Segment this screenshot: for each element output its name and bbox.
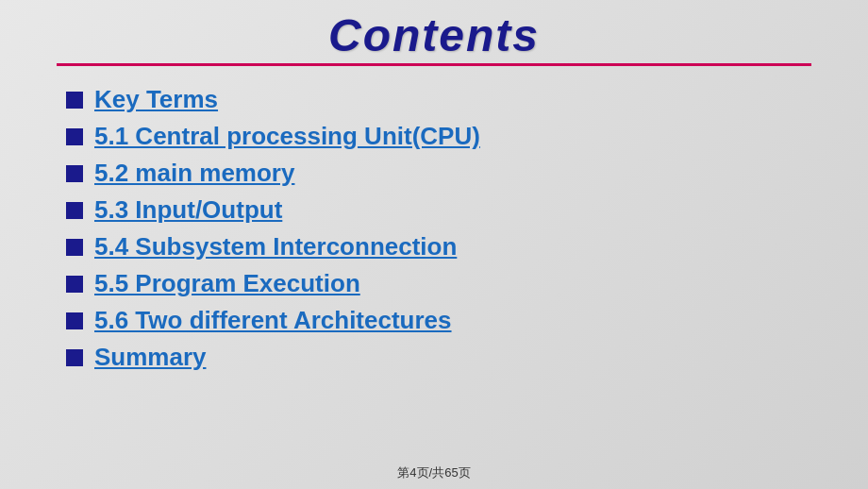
contents-link-7[interactable]: Summary	[94, 343, 207, 372]
title-underline	[57, 63, 811, 66]
bullet-icon	[66, 165, 83, 182]
bullet-icon	[66, 92, 83, 109]
contents-list: Key Terms5.1 Central processing Unit(CPU…	[57, 83, 811, 378]
contents-link-4[interactable]: 5.4 Subsystem Interconnection	[94, 232, 457, 261]
bullet-icon	[66, 312, 83, 329]
contents-link-5[interactable]: 5.5 Program Execution	[94, 269, 360, 298]
bullet-icon	[66, 202, 83, 219]
contents-link-1[interactable]: 5.1 Central processing Unit(CPU)	[94, 122, 480, 151]
page-indicator: 第4页/共65页	[397, 464, 470, 481]
list-item: 5.1 Central processing Unit(CPU)	[57, 120, 811, 153]
bullet-icon	[66, 128, 83, 145]
contents-link-3[interactable]: 5.3 Input/Output	[94, 195, 282, 225]
list-item: 5.4 Subsystem Interconnection	[57, 230, 811, 263]
bullet-icon	[66, 239, 83, 256]
contents-link-6[interactable]: 5.6 Two different Architectures	[94, 306, 452, 335]
contents-link-0[interactable]: Key Terms	[94, 85, 218, 114]
slide-title: Contents	[57, 9, 811, 61]
list-item: 5.2 main memory	[57, 157, 811, 190]
list-item: 5.5 Program Execution	[57, 267, 811, 300]
bullet-icon	[66, 276, 83, 293]
bullet-icon	[66, 349, 83, 366]
title-section: Contents	[57, 9, 811, 66]
list-item: Key Terms	[57, 83, 811, 116]
slide-container: Contents Key Terms5.1 Central processing…	[0, 0, 868, 489]
list-item: 5.3 Input/Output	[57, 194, 811, 227]
list-item: Summary	[57, 341, 811, 374]
contents-link-2[interactable]: 5.2 main memory	[94, 159, 294, 188]
list-item: 5.6 Two different Architectures	[57, 304, 811, 337]
